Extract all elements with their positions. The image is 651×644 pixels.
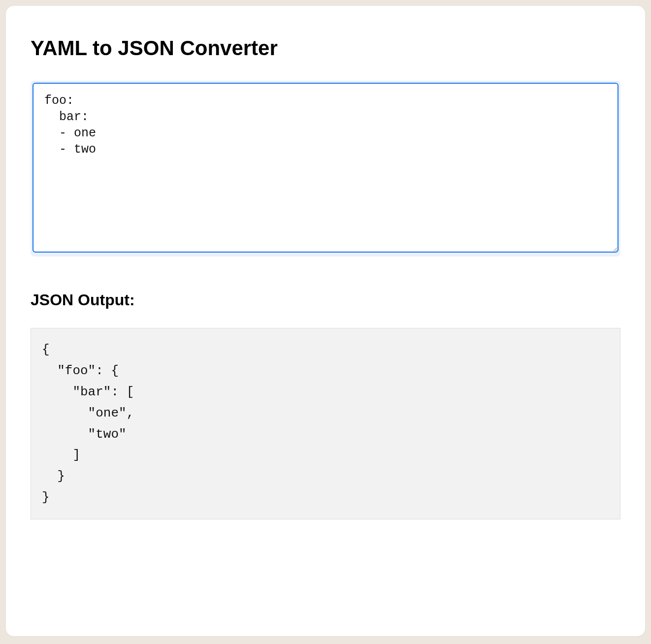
yaml-input[interactable] [33, 83, 618, 253]
json-output: { "foo": { "bar": [ "one", "two" ] } } [31, 328, 620, 519]
yaml-input-container [31, 81, 620, 257]
page-title: YAML to JSON Converter [31, 36, 620, 60]
output-label: JSON Output: [31, 291, 620, 309]
converter-card: YAML to JSON Converter JSON Output: { "f… [6, 6, 645, 636]
